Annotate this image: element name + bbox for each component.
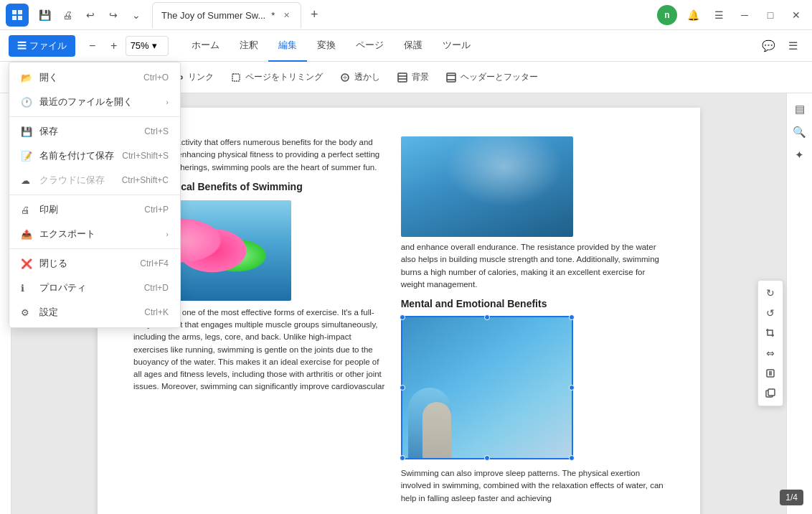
export-arrow: › — [166, 230, 169, 238]
menu-save[interactable]: 💾 保存 Ctrl+S — [9, 119, 180, 144]
cloud-icon: ☁ — [21, 175, 32, 186]
selected-image — [401, 316, 573, 459]
right-para1: and enhance overall endurance. The resis… — [401, 241, 664, 291]
open-shortcut: Ctrl+O — [143, 73, 169, 83]
selected-image-container[interactable] — [401, 316, 573, 459]
tab-close-btn[interactable]: ✕ — [280, 9, 292, 21]
tab-tools[interactable]: ツール — [433, 30, 481, 62]
tab-protect[interactable]: 保護 — [394, 30, 433, 62]
sidebar-toggle-btn[interactable]: ☰ — [782, 35, 803, 57]
context-toolbar: ↻ ↺ ⇔ — [757, 280, 783, 406]
tab-bar: The Joy of Summer Sw... * ✕ + — [152, 2, 657, 28]
arrow-btn[interactable]: ⌄ — [126, 5, 146, 25]
menu-export[interactable]: 📤 エクスポート › — [9, 222, 180, 246]
zoom-in-btn[interactable]: + — [104, 36, 124, 56]
align-btn[interactable] — [761, 364, 780, 383]
tab-page[interactable]: ページ — [346, 30, 394, 62]
background-btn[interactable]: 背景 — [390, 66, 436, 89]
tab-modified: * — [271, 10, 275, 21]
menu-save-as[interactable]: 📝 名前を付けて保存 Ctrl+Shift+S — [9, 144, 180, 168]
watermark-icon — [340, 73, 350, 83]
print-btn[interactable]: 🖨 — [57, 5, 77, 25]
avatar: n — [657, 5, 677, 25]
redo-btn[interactable]: ↪ — [103, 5, 123, 25]
rotate-ccw-btn[interactable]: ↺ — [761, 304, 780, 322]
properties-shortcut: Ctrl+D — [144, 283, 169, 293]
menu-recent[interactable]: 🕐 最近のファイルを開く › — [9, 90, 180, 114]
panel-view-btn[interactable]: ▤ — [790, 99, 810, 119]
active-tab[interactable]: The Joy of Summer Sw... * ✕ — [152, 2, 301, 28]
open-icon: 📂 — [21, 73, 32, 83]
properties-label: プロパティ — [39, 281, 137, 294]
undo-btn[interactable]: ↩ — [80, 5, 100, 25]
star-btn[interactable]: ✦ — [790, 145, 810, 165]
recent-icon: 🕐 — [21, 97, 32, 108]
save-btn[interactable]: 💾 — [34, 5, 55, 25]
order-btn[interactable] — [761, 384, 780, 403]
search-btn[interactable]: 🔍 — [790, 122, 810, 142]
settings-shortcut: Ctrl+K — [144, 307, 169, 317]
page-indicator: 1/4 — [780, 490, 803, 505]
menu-open[interactable]: 📂 開く Ctrl+O — [9, 65, 180, 90]
save-as-label: 名前を付けて保存 — [39, 149, 115, 162]
close-doc-icon: ❌ — [21, 258, 32, 269]
header-footer-icon — [446, 73, 456, 83]
menu-btn[interactable]: ☰ — [709, 5, 729, 25]
zoom-out-btn[interactable]: − — [82, 36, 103, 56]
settings-label: 設定 — [39, 306, 137, 319]
tab-edit[interactable]: 編集 — [268, 30, 307, 62]
file-menu-button[interactable]: ☰ ファイル — [9, 35, 75, 57]
cloud-label: クラウドに保存 — [39, 174, 115, 187]
doc-col-right: and enhance overall endurance. The resis… — [401, 136, 664, 510]
crop-btn[interactable] — [761, 324, 780, 342]
close-btn[interactable]: ✕ — [786, 5, 806, 25]
rotate-cw-btn[interactable]: ↻ — [761, 284, 780, 302]
svg-rect-6 — [447, 73, 455, 82]
zoom-arrow-icon: ▾ — [152, 40, 157, 51]
maximize-btn[interactable]: □ — [760, 5, 780, 25]
background-icon — [397, 73, 407, 83]
notification-btn[interactable]: 🔔 — [683, 5, 703, 25]
trim-icon — [231, 73, 241, 83]
menu-print[interactable]: 🖨 印刷 Ctrl+P — [9, 197, 180, 222]
svg-rect-3 — [232, 74, 240, 81]
tab-convert[interactable]: 変換 — [307, 30, 346, 62]
titlebar-actions: 💾 🖨 ↩ ↪ ⌄ — [34, 5, 146, 25]
right-image-inner — [401, 136, 573, 237]
app-logo — [6, 4, 29, 27]
properties-icon: ℹ — [21, 283, 32, 294]
flip-btn[interactable]: ⇔ — [761, 344, 780, 363]
menu-divider-2 — [9, 195, 180, 195]
file-menu-dropdown: 📂 開く Ctrl+O 🕐 最近のファイルを開く › 💾 保存 Ctrl+S 📝… — [9, 62, 181, 328]
recent-label: 最近のファイルを開く — [39, 95, 159, 108]
tab-home[interactable]: ホーム — [181, 30, 230, 62]
right-image-top — [401, 136, 573, 237]
print-label: 印刷 — [39, 203, 137, 216]
trim-btn[interactable]: ページをトリミング — [224, 66, 330, 89]
zoom-display[interactable]: 75% ▾ — [126, 36, 169, 56]
watermark-btn[interactable]: 透かし — [333, 66, 387, 89]
cloud-shortcut: Ctrl+Shift+C — [122, 175, 169, 185]
tab-title: The Joy of Summer Sw... — [161, 10, 265, 21]
menu-close[interactable]: ❌ 閉じる Ctrl+F4 — [9, 251, 180, 276]
header-footer-btn[interactable]: ヘッダーとフッター — [439, 66, 545, 89]
tab-annotation[interactable]: 注釈 — [230, 30, 268, 62]
right-heading: Mental and Emotional Benefits — [401, 296, 664, 312]
menu-divider-1 — [9, 116, 180, 117]
open-label: 開く — [39, 71, 136, 84]
menu-settings[interactable]: ⚙ 設定 Ctrl+K — [9, 300, 180, 324]
titlebar-right: n 🔔 ☰ ─ □ ✕ — [657, 5, 806, 25]
menu-cloud-save: ☁ クラウドに保存 Ctrl+Shift+C — [9, 168, 180, 192]
toolbar-right: 💬 ☰ — [757, 35, 803, 57]
titlebar: 💾 🖨 ↩ ↪ ⌄ The Joy of Summer Sw... * ✕ + … — [0, 0, 812, 30]
chat-icon-btn[interactable]: 💬 — [757, 35, 779, 57]
settings-icon: ⚙ — [21, 307, 32, 318]
zoom-level: 75% — [131, 40, 149, 51]
recent-arrow: › — [166, 98, 169, 106]
new-tab-btn[interactable]: + — [304, 5, 324, 25]
minimize-btn[interactable]: ─ — [735, 5, 755, 25]
print-shortcut: Ctrl+P — [144, 205, 169, 215]
menu-properties[interactable]: ℹ プロパティ Ctrl+D — [9, 276, 180, 300]
right-para3: Swimming can also improve sleep patterns… — [401, 467, 664, 505]
main-toolbar: ☰ ファイル − + 75% ▾ ホーム 注釈 編集 変換 ページ 保護 ツール… — [0, 30, 812, 62]
